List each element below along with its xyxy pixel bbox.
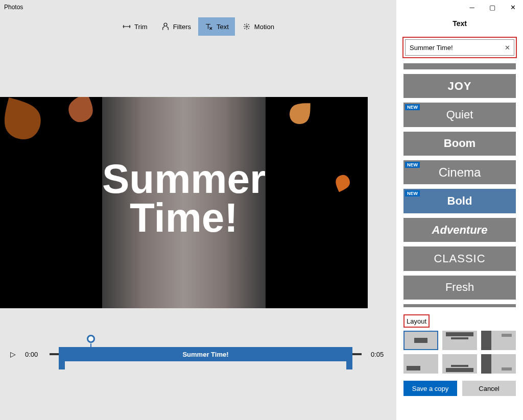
layout-bottom[interactable] <box>442 354 477 374</box>
overlay-line1: Summer <box>102 160 266 199</box>
minimize-button[interactable]: ─ <box>462 0 482 14</box>
new-badge: NEW <box>405 104 420 110</box>
svg-point-1 <box>246 26 247 28</box>
leaf-decoration <box>58 97 105 131</box>
timeline-area: ▷ 0:00 Summer Time! 0:05 <box>0 308 396 380</box>
layout-center[interactable] <box>403 331 438 350</box>
main-area: Photos Trim Filters Text Motion Summer <box>0 0 396 420</box>
window-controls: ─ ▢ ✕ <box>396 0 523 14</box>
play-button[interactable]: ▷ <box>10 350 16 358</box>
motion-label: Motion <box>254 23 274 31</box>
layout-top[interactable] <box>442 331 477 350</box>
filters-button[interactable]: Filters <box>155 17 197 36</box>
close-button[interactable]: ✕ <box>503 0 523 14</box>
save-copy-button[interactable]: Save a copy <box>403 381 457 396</box>
side-panel: ─ ▢ ✕ Text ✕ JOY NEWQuiet Boom NEWCinema… <box>396 0 523 420</box>
new-badge: NEW <box>405 162 420 168</box>
time-start: 0:00 <box>25 351 40 358</box>
style-fresh[interactable]: Fresh <box>403 276 516 300</box>
trim-label: Trim <box>134 23 148 31</box>
layout-grid <box>403 331 516 374</box>
text-input-highlight: ✕ <box>402 37 517 58</box>
motion-button[interactable]: Motion <box>236 17 280 36</box>
text-icon <box>204 22 213 31</box>
playhead[interactable] <box>87 335 95 343</box>
layout-label: Layout <box>407 317 426 325</box>
text-button[interactable]: Text <box>198 17 235 36</box>
styles-list[interactable]: JOY NEWQuiet Boom NEWCinema NEWBold Adve… <box>403 63 516 307</box>
actions: Save a copy Cancel <box>396 381 523 401</box>
time-end: 0:05 <box>371 351 386 358</box>
filters-icon <box>161 22 170 31</box>
trim-handle-right[interactable] <box>346 361 352 369</box>
preview-area: Summer Time! ▷ 0:00 Summer Time! 0:05 <box>0 39 396 420</box>
maximize-button[interactable]: ▢ <box>482 0 503 14</box>
panel-title: Text <box>396 14 523 37</box>
motion-icon <box>242 22 251 31</box>
overlay-line2: Time! <box>102 199 266 237</box>
filters-label: Filters <box>173 23 191 31</box>
style-joy[interactable]: JOY <box>403 74 516 98</box>
svg-point-0 <box>164 23 167 26</box>
clear-input-icon[interactable]: ✕ <box>505 44 510 52</box>
timeline-clip[interactable]: Summer Time! <box>59 347 352 361</box>
cancel-button[interactable]: Cancel <box>462 381 516 396</box>
caption-input[interactable] <box>405 39 514 56</box>
toolbar: Trim Filters Text Motion <box>0 14 396 39</box>
trim-handle-left[interactable] <box>59 361 65 369</box>
video-preview[interactable]: Summer Time! <box>0 97 368 308</box>
text-label: Text <box>217 23 229 31</box>
style-quiet[interactable]: NEWQuiet <box>403 103 516 127</box>
layout-lower-left[interactable] <box>403 354 438 374</box>
timeline[interactable]: Summer Time! <box>50 339 362 369</box>
style-adventure[interactable]: Adventure <box>403 218 516 242</box>
style-item[interactable] <box>403 304 516 307</box>
app-title: Photos <box>0 0 396 14</box>
trim-button[interactable]: Trim <box>116 17 154 36</box>
leaf-decoration <box>328 170 356 197</box>
style-cinema[interactable]: NEWCinema <box>403 160 516 184</box>
trim-icon <box>122 22 131 31</box>
style-bold[interactable]: NEWBold <box>403 189 516 213</box>
leaf-decoration <box>280 97 323 134</box>
leaf-decoration <box>0 97 58 155</box>
layout-section: Layout <box>396 307 523 381</box>
style-boom[interactable]: Boom <box>403 132 516 156</box>
layout-label-highlight: Layout <box>403 314 430 328</box>
style-item[interactable] <box>403 63 516 69</box>
style-classic[interactable]: CLASSIC <box>403 246 516 270</box>
layout-upper-right[interactable] <box>481 331 516 350</box>
layout-lower-right[interactable] <box>481 354 516 374</box>
overlay-text: Summer Time! <box>102 160 266 237</box>
new-badge: NEW <box>405 190 420 196</box>
